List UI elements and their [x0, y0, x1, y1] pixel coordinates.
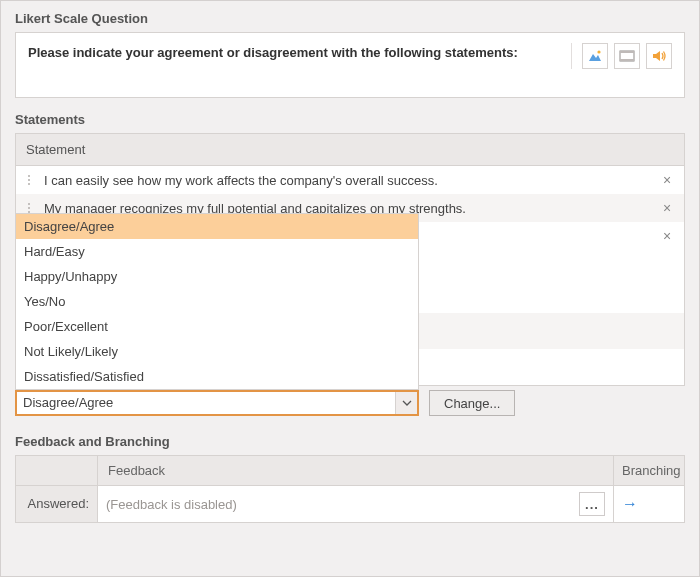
table-row[interactable]: I can easily see how my work affects the…	[16, 166, 684, 194]
chevron-down-icon[interactable]	[395, 392, 417, 414]
svg-rect-4	[620, 59, 634, 61]
feedback-options-button[interactable]: ...	[579, 492, 605, 516]
dropdown-item[interactable]: Happy/Unhappy	[16, 264, 418, 289]
add-image-button[interactable]	[582, 43, 608, 69]
feedback-header-empty	[16, 456, 98, 485]
dropdown-item[interactable]: Yes/No	[16, 289, 418, 314]
arrow-right-icon[interactable]: →	[622, 495, 638, 513]
scale-dropdown-value: Disagree/Agree	[17, 392, 395, 414]
close-icon[interactable]: ×	[658, 228, 676, 244]
statement-text[interactable]: I can easily see how my work affects the…	[44, 173, 658, 188]
question-box: Please indicate your agreement or disagr…	[15, 32, 685, 98]
add-video-button[interactable]	[614, 43, 640, 69]
feedback-header-row: Feedback Branching	[16, 456, 684, 486]
feedback-body-row: Answered: (Feedback is disabled) ... →	[16, 486, 684, 522]
scale-dropdown[interactable]: Disagree/Agree	[15, 390, 419, 416]
dropdown-item[interactable]: Not Likely/Likely	[16, 339, 418, 364]
svg-rect-3	[620, 51, 634, 53]
drag-handle-icon[interactable]	[24, 203, 34, 213]
feedback-cell: (Feedback is disabled) ...	[98, 486, 614, 522]
image-icon	[587, 49, 603, 63]
question-section-title: Likert Scale Question	[15, 11, 685, 26]
statements-section-title: Statements	[15, 112, 685, 127]
feedback-header-branching: Branching	[614, 456, 684, 485]
scale-selector-row: Disagree/Agree Hard/Easy Happy/Unhappy Y…	[15, 390, 685, 416]
svg-point-1	[597, 50, 600, 53]
feedback-row-label: Answered:	[16, 486, 98, 522]
dropdown-item[interactable]: Disagree/Agree	[16, 214, 418, 239]
likert-editor-panel: Likert Scale Question Please indicate yo…	[0, 0, 700, 577]
media-button-group	[571, 43, 672, 69]
feedback-section-title: Feedback and Branching	[15, 434, 685, 449]
feedback-header-feedback: Feedback	[98, 456, 614, 485]
drag-handle-icon[interactable]	[24, 175, 34, 185]
statements-section: Statements Statement I can easily see ho…	[15, 112, 685, 416]
dropdown-item[interactable]: Poor/Excellent	[16, 314, 418, 339]
svg-marker-0	[589, 54, 601, 61]
statements-header: Statement	[16, 134, 684, 166]
video-icon	[619, 49, 635, 63]
feedback-section: Feedback and Branching Feedback Branchin…	[15, 434, 685, 523]
dropdown-item[interactable]: Hard/Easy	[16, 239, 418, 264]
svg-marker-5	[653, 51, 660, 61]
feedback-table: Feedback Branching Answered: (Feedback i…	[15, 455, 685, 523]
scale-dropdown-menu: Disagree/Agree Hard/Easy Happy/Unhappy Y…	[15, 213, 419, 390]
feedback-disabled-text: (Feedback is disabled)	[106, 497, 571, 512]
add-audio-button[interactable]	[646, 43, 672, 69]
close-icon[interactable]: ×	[658, 200, 676, 216]
branching-cell: →	[614, 486, 684, 522]
question-prompt[interactable]: Please indicate your agreement or disagr…	[28, 43, 571, 69]
audio-icon	[651, 49, 667, 63]
change-button[interactable]: Change...	[429, 390, 515, 416]
close-icon[interactable]: ×	[658, 172, 676, 188]
dropdown-item[interactable]: Dissatisfied/Satisfied	[16, 364, 418, 389]
